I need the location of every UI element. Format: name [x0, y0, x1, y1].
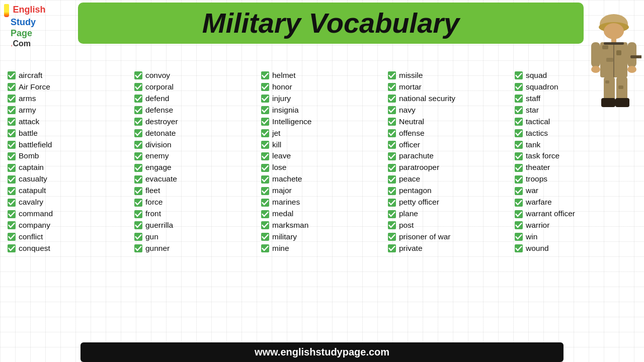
check-icon: [134, 210, 143, 219]
check-icon: [7, 82, 16, 92]
vocab-item: military: [261, 232, 383, 242]
check-icon: [514, 117, 523, 126]
check-icon: [134, 129, 143, 138]
vocab-word: engage: [145, 162, 172, 173]
vocab-item: Bomb: [7, 151, 130, 161]
check-icon: [7, 163, 16, 172]
vocab-word: Neutral: [399, 117, 424, 127]
check-icon: [387, 175, 396, 184]
check-icon: [387, 152, 396, 161]
check-icon: [134, 82, 143, 92]
check-icon: [514, 221, 523, 230]
page-wrapper: English Study Page .Com Military Vocabul…: [0, 0, 644, 362]
check-icon: [261, 198, 270, 207]
check-icon: [7, 175, 16, 184]
logo-english: English: [13, 5, 45, 15]
vocab-word: conflict: [19, 232, 43, 242]
vocab-column-5: squadsquadronstaffstartacticaltacticstan…: [512, 70, 639, 334]
check-icon: [134, 198, 143, 207]
vocab-item: pentagon: [387, 186, 510, 196]
check-icon: [514, 198, 523, 207]
vocab-item: injury: [261, 94, 383, 104]
vocab-word: mine: [272, 243, 289, 254]
vocab-item: mortar: [387, 82, 510, 93]
vocab-word: paratrooper: [399, 162, 439, 173]
vocab-word: jet: [272, 128, 280, 139]
vocab-word: company: [19, 220, 50, 231]
vocab-word: marksman: [272, 220, 308, 231]
check-icon: [261, 210, 270, 219]
vocab-item: front: [134, 209, 257, 219]
vocab-word: gunner: [145, 243, 170, 254]
vocab-item: fleet: [134, 186, 257, 196]
svg-rect-16: [630, 55, 641, 58]
svg-rect-7: [602, 45, 608, 49]
check-icon: [387, 106, 396, 115]
vocab-item: national security: [387, 94, 510, 104]
vocab-item: conquest: [7, 243, 130, 254]
vocab-word: machete: [272, 174, 302, 185]
vocab-item: theater: [514, 162, 637, 173]
vocab-item: paratrooper: [387, 162, 510, 173]
vocab-word: officer: [399, 140, 420, 150]
vocab-item: navy: [387, 105, 510, 116]
check-icon: [514, 94, 523, 103]
svg-rect-9: [606, 58, 613, 62]
vocab-item: medal: [261, 209, 383, 219]
vocab-item: defend: [134, 94, 257, 104]
vocab-word: kill: [272, 140, 281, 150]
vocab-item: marksman: [261, 220, 383, 231]
vocab-word: insignia: [272, 105, 299, 116]
vocab-word: arms: [19, 94, 36, 104]
vocab-item: warfare: [514, 197, 637, 208]
vocab-word: offense: [399, 128, 425, 139]
vocab-item: machete: [261, 174, 383, 185]
check-icon: [514, 152, 523, 161]
svg-rect-12: [591, 42, 600, 67]
check-icon: [261, 82, 270, 92]
check-icon: [387, 198, 396, 207]
vocab-word: fleet: [145, 186, 160, 196]
check-icon: [261, 244, 270, 253]
check-icon: [7, 187, 16, 196]
check-icon: [134, 232, 143, 241]
check-icon: [7, 244, 16, 253]
vocab-item: wound: [514, 243, 637, 254]
check-icon: [134, 163, 143, 172]
vocab-item: captain: [7, 162, 130, 173]
vocab-word: warfare: [526, 197, 552, 208]
vocab-item: convoy: [134, 70, 257, 81]
vocab-item: prisoner of war: [387, 232, 510, 242]
check-icon: [387, 210, 396, 219]
vocab-item: enemy: [134, 151, 257, 161]
vocab-item: major: [261, 186, 383, 196]
vocab-item: guerrilla: [134, 220, 257, 231]
vocab-item: squad: [514, 70, 637, 81]
vocab-item: offense: [387, 128, 510, 139]
vocab-word: war: [526, 186, 538, 196]
vocab-item: plane: [387, 209, 510, 219]
vocab-word: defense: [145, 105, 173, 116]
vocab-word: detonate: [145, 128, 176, 139]
vocab-word: plane: [399, 209, 418, 219]
vocab-word: attack: [19, 117, 39, 127]
vocab-item: peace: [387, 174, 510, 185]
check-icon: [134, 94, 143, 103]
check-icon: [387, 117, 396, 126]
check-icon: [134, 71, 143, 80]
vocab-item: arms: [7, 94, 130, 104]
check-icon: [387, 187, 396, 196]
svg-rect-8: [616, 50, 621, 55]
vocab-word: force: [145, 197, 163, 208]
vocab-word: squadron: [526, 82, 558, 93]
check-icon: [134, 140, 143, 149]
check-icon: [514, 187, 523, 196]
vocab-word: destroyer: [145, 117, 178, 127]
vocab-item: engage: [134, 162, 257, 173]
vocab-word: missile: [399, 70, 423, 81]
vocab-word: military: [272, 232, 297, 242]
vocab-word: pentagon: [399, 186, 432, 196]
check-icon: [7, 71, 16, 80]
vocab-item: honor: [261, 82, 383, 93]
svg-rect-5: [611, 38, 616, 43]
